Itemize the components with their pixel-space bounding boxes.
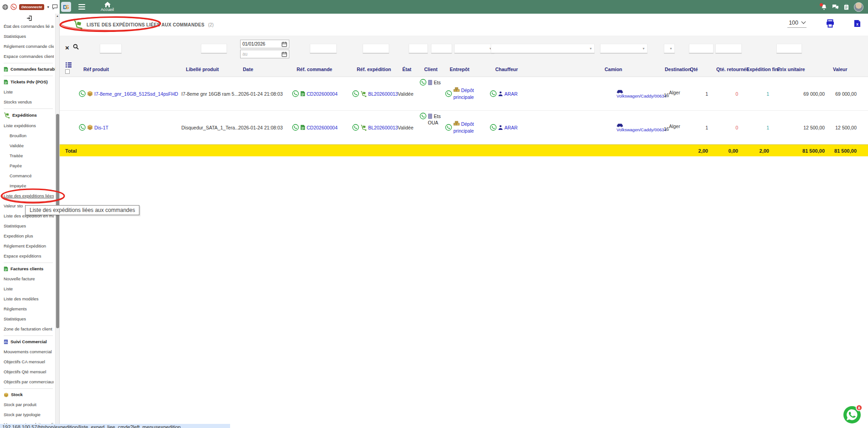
column-header-entrepot[interactable]: Entrepôt (443, 67, 489, 72)
sidebar-item-espace-commandes-clients[interactable]: Espace commandes clients (4, 52, 54, 62)
camion-link[interactable]: Volkswagen/Caddy/00634 (616, 93, 667, 98)
date-to-input[interactable]: au (240, 50, 289, 58)
calendar-icon[interactable] (282, 41, 287, 47)
chevron-down-icon[interactable]: ▼ (46, 5, 50, 9)
ref-produit-link[interactable]: Dis-1T (94, 125, 108, 130)
sidebar-section-stock[interactable]: Stock (4, 390, 54, 400)
export-excel-button[interactable]: x (854, 20, 861, 27)
whatsapp-icon[interactable] (292, 124, 299, 131)
column-header-client[interactable]: Client (418, 67, 443, 72)
sidebar-item-stock-par-produit[interactable]: Stock par produit (4, 400, 54, 410)
column-header-etat[interactable]: État (396, 67, 418, 72)
sidebar-section-factures-clients[interactable]: Factures clients (4, 264, 54, 274)
whatsapp-icon[interactable] (490, 90, 497, 97)
column-header-qte[interactable]: Qté (687, 67, 714, 72)
messages-icon[interactable] (832, 4, 839, 10)
page-size-select[interactable]: 100 (787, 20, 806, 28)
filter-ref-expedition-input[interactable] (363, 44, 389, 53)
chat-bubble-icon[interactable] (52, 4, 58, 10)
whatsapp-icon[interactable] (79, 124, 86, 131)
filter-qte-retournee-input[interactable] (715, 44, 742, 53)
whatsapp-icon[interactable] (420, 79, 426, 86)
scrollbar-thumb[interactable] (56, 114, 59, 328)
filter-chauffeur-select[interactable]: ▼ (491, 44, 595, 53)
scroll-up-icon[interactable]: ▲ (56, 15, 59, 17)
sidebar-item-liste[interactable]: Liste (4, 284, 54, 294)
sidebar-item-traitee[interactable]: Traitée (4, 151, 54, 161)
sidebar-item-payee[interactable]: Payée (4, 161, 54, 171)
sidebar-section-tickets-pdv-pos[interactable]: Tickets Pdv (POS) (4, 77, 54, 87)
clear-filters-icon[interactable]: × (65, 44, 69, 51)
filter-ref-commande-input[interactable] (310, 44, 337, 53)
whatsapp-float-button[interactable]: 8 (843, 406, 861, 423)
filter-entrepot-select[interactable]: ▼ (454, 44, 494, 53)
client-link[interactable]: Ets (434, 80, 441, 85)
whatsapp-icon[interactable] (79, 90, 86, 97)
column-header-qte-retournee[interactable]: Qté. retournée (714, 67, 744, 72)
sidebar-item-liste-des-modeles[interactable]: Liste des modèles (4, 294, 54, 304)
column-header-destination[interactable]: Destination (662, 67, 687, 72)
column-header-ref-expedition[interactable]: Réf. expédition (350, 67, 396, 72)
column-header-ref-produit[interactable]: Réf produit (77, 67, 180, 72)
column-header-date[interactable]: Date (236, 67, 290, 72)
sidebar-item-objectifs-qte-mensuel[interactable]: Objectifs Qté mensuel (4, 367, 54, 377)
disconnected-badge[interactable]: Déconnecté (19, 4, 44, 10)
ref-commande-link[interactable]: CD202600004 (307, 91, 338, 97)
chauffeur-link[interactable]: ARAR (504, 125, 518, 130)
column-header-chauffeur[interactable]: Chauffeur (489, 67, 598, 72)
ref-expedition-link[interactable]: BL202600013 (368, 125, 398, 130)
column-header-valeur[interactable]: Valeur (830, 67, 862, 72)
sidebar-item-brouillon[interactable]: Brouillon (4, 131, 54, 141)
whatsapp-icon[interactable] (445, 124, 452, 131)
ref-produit-link[interactable]: I7-8eme_gnr_16GB_512Ssd_14psFHD (94, 91, 178, 97)
sidebar-item-statistiques[interactable]: Statistiques (4, 31, 54, 41)
column-header-camion[interactable]: Camion (598, 67, 662, 72)
filter-camion-select[interactable]: ▼ (600, 44, 647, 53)
tasks-clipboard-icon[interactable] (844, 4, 849, 10)
sidebar-item-reglement-commande-client[interactable]: Réglement commande client (4, 41, 54, 52)
column-header-prix-unitaire[interactable]: Prix unitaire (775, 67, 830, 72)
sidebar-item-objectifs-par-commerciaux[interactable]: Objectifs par commerciaux (4, 377, 54, 387)
print-button[interactable] (826, 19, 835, 28)
client-link-line2[interactable]: OUA (428, 120, 438, 125)
sidebar-item-liste[interactable]: Liste (4, 87, 54, 97)
sidebar-item-expedition-plus[interactable]: Expedition plus (4, 231, 54, 241)
whatsapp-icon[interactable] (490, 124, 497, 131)
sidebar-scrollbar[interactable]: ▲ (55, 14, 59, 428)
sidebar-item-liste-des-expeditions-liees-au[interactable]: Liste des expéditions liées au (4, 191, 54, 201)
whatsapp-icon[interactable] (352, 124, 359, 131)
ref-expedition-link[interactable]: BL202600013 (368, 91, 398, 97)
sidebar-item-statistiques[interactable]: Statistiques (4, 221, 54, 231)
date-from-input[interactable]: 01/01/2026 (240, 40, 289, 48)
table-row[interactable]: I7-8eme_gnr_16GB_512Ssd_14psFHD I7-8eme … (60, 77, 868, 111)
search-icon[interactable] (73, 44, 79, 50)
filter-libelle-input[interactable] (201, 44, 227, 53)
filter-prix-unitaire-input[interactable] (776, 44, 802, 53)
app-logo[interactable]: DS (61, 2, 71, 12)
sidebar-item-zone-de-facturation-client[interactable]: Zone de facturation client (4, 324, 54, 334)
sidebar-item-validee[interactable]: Validée (4, 141, 54, 151)
whatsapp-icon[interactable] (445, 90, 452, 97)
globe-icon[interactable] (2, 4, 8, 10)
sidebar-item-impayee[interactable]: Impayée (4, 181, 54, 191)
whatsapp-icon[interactable] (420, 113, 426, 119)
sidebar-item-commance[interactable]: Commancé (4, 171, 54, 181)
sidebar-section-commandes-facturables[interactable]: Commandes facturables (4, 64, 54, 74)
menu-hamburger-icon[interactable] (78, 4, 85, 10)
sidebar-item-mouvements-commercial[interactable]: Mouvements commercial (4, 347, 54, 357)
user-avatar[interactable] (854, 2, 863, 12)
calendar-icon[interactable] (282, 52, 287, 57)
filter-ref-produit-input[interactable] (100, 44, 122, 53)
whatsapp-icon[interactable] (352, 90, 359, 97)
whatsapp-icon[interactable] (10, 4, 17, 10)
sidebar-item-statistiques[interactable]: Statistiques (4, 314, 54, 324)
notifications-bell-icon[interactable] (821, 4, 827, 10)
sidebar-item-reglement-expedition[interactable]: Réglement Expédition (4, 241, 54, 251)
client-link[interactable]: Ets (434, 113, 441, 119)
sidebar-section-suivi-commercial[interactable]: Suivi Commercial (4, 337, 54, 347)
whatsapp-icon[interactable] (292, 90, 299, 97)
sidebar-item-etat-des-commandes-lie-aux[interactable]: État des commandes lié aux ... (4, 21, 54, 31)
table-row[interactable]: Dis-1T Disquedur_SATA_1_Tera... 2026-01-… (60, 111, 868, 144)
ref-commande-link[interactable]: CD202600004 (307, 125, 338, 130)
sidebar-item-nouvelle-facture[interactable]: Nouvelle facture (4, 274, 54, 284)
